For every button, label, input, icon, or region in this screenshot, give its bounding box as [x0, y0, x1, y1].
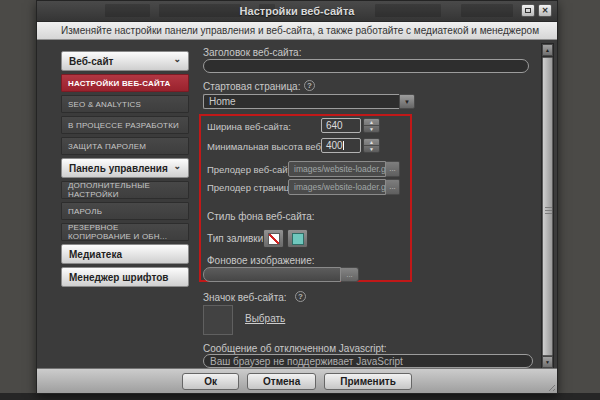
close-icon: ✕ [542, 7, 549, 15]
fill-color-button[interactable] [287, 229, 308, 248]
sidebar-header-media-library[interactable]: Медиатека [61, 244, 189, 264]
chevron-down-icon: ⌄ [173, 162, 181, 171]
cancel-button[interactable]: Отмена [247, 373, 316, 390]
dialog-title: Настройки веб-сайта [37, 1, 557, 21]
bg-image-dropdown[interactable]: ... [203, 267, 359, 282]
sidebar-item-password-protection[interactable]: ЗАЩИТА ПАРОЛЕМ [61, 137, 189, 155]
bg-style-label: Стиль фона веб-сайта: [207, 211, 315, 222]
background-strip [0, 393, 600, 400]
close-button[interactable]: ✕ [538, 4, 552, 17]
ok-button[interactable]: Ок [182, 373, 239, 390]
sidebar-item-under-construction[interactable]: В ПРОЦЕССЕ РАЗРАБОТКИ [61, 116, 189, 134]
site-width-label: Ширина веб-сайта: [207, 121, 291, 132]
help-icon[interactable]: ? [304, 80, 315, 91]
site-width-stepper[interactable]: ▲ ▼ [363, 118, 380, 133]
help-icon[interactable]: ? [295, 291, 306, 302]
page-preloader-value: images/website-loader.gif [288, 179, 386, 195]
start-page-value: Home [203, 94, 399, 109]
site-min-height-stepper[interactable]: ▲ ▼ [363, 138, 380, 153]
restore-button[interactable] [521, 4, 535, 17]
sidebar-item-password[interactable]: ПАРОЛЬ [61, 202, 189, 220]
dialog-subtitle: Изменяйте настройки панели управления и … [37, 22, 557, 40]
scrollbar[interactable]: ▲ ▼ [541, 43, 554, 369]
text-caret [343, 141, 344, 150]
sidebar-item-seo-analytics[interactable]: SEO & ANALYTICS [61, 95, 189, 113]
sidebar-item-advanced-settings[interactable]: ДОПОЛНИТЕЛЬНЫЕ НАСТРОЙКИ [61, 181, 189, 199]
dialog-titlebar[interactable]: Настройки веб-сайта ✕ [37, 1, 557, 22]
site-title-input[interactable] [203, 59, 529, 73]
screen: Настройки веб-сайта ✕ Изменяйте настройк… [0, 0, 600, 400]
js-message-label: Сообщение об отключенном Javascript: [203, 343, 387, 354]
down-arrow-icon[interactable]: ▼ [364, 126, 379, 132]
restore-icon [525, 8, 531, 13]
favicon-choose-link[interactable]: Выбрать [245, 313, 285, 324]
dropdown-arrow-icon[interactable]: ▼ [399, 94, 415, 109]
bg-image-value [203, 267, 341, 282]
page-preloader-label: Прелодер страницы: [207, 182, 299, 193]
up-arrow-icon[interactable]: ▲ [364, 119, 379, 126]
page-preloader-field[interactable]: images/website-loader.gif ... [288, 179, 400, 195]
browse-button[interactable]: ... [341, 267, 359, 282]
chevron-down-icon: ⌄ [173, 55, 181, 64]
favicon-preview [203, 305, 233, 335]
fill-type-label: Тип заливки: [207, 233, 266, 244]
sidebar: Веб-сайт ⌄ НАСТРОЙКИ ВЕБ-САЙТА SEO & ANA… [61, 51, 189, 287]
dialog-body: Веб-сайт ⌄ НАСТРОЙКИ ВЕБ-САЙТА SEO & ANA… [37, 41, 557, 370]
sidebar-item-website-settings[interactable]: НАСТРОЙКИ ВЕБ-САЙТА [61, 74, 189, 92]
scrollbar-grip-icon [545, 207, 552, 214]
js-message-input[interactable] [203, 354, 533, 368]
down-arrow-icon[interactable]: ▼ [364, 146, 379, 152]
browse-button[interactable]: ... [386, 179, 400, 195]
no-fill-icon [268, 233, 280, 245]
scroll-down-button[interactable]: ▼ [542, 356, 553, 368]
start-page-dropdown[interactable]: Home ▼ [203, 94, 415, 109]
site-title-label: Заголовок веб-сайта: [203, 47, 301, 58]
color-swatch-icon [292, 233, 304, 245]
site-width-input[interactable]: 640 [321, 118, 361, 133]
sidebar-item-backup[interactable]: РЕЗЕРВНОЕ КОПИРОВАНИЕ И ОБН... [61, 223, 189, 241]
site-preloader-label: Прелодер веб-сайта: [207, 164, 300, 175]
dialog-footer: Ок Отмена Применить [37, 368, 557, 393]
browse-button[interactable]: ... [386, 161, 400, 177]
scroll-up-button[interactable]: ▲ [542, 44, 553, 56]
sidebar-header-control-panel[interactable]: Панель управления ⌄ [61, 158, 189, 178]
scrollbar-thumb[interactable] [542, 57, 553, 356]
start-page-label: Стартовая страница: [203, 81, 300, 92]
sidebar-header-website[interactable]: Веб-сайт ⌄ [61, 51, 189, 71]
fill-none-button[interactable] [263, 229, 284, 248]
apply-button[interactable]: Применить [324, 373, 412, 390]
sidebar-header-font-manager[interactable]: Менеджер шрифтов [61, 267, 189, 287]
favicon-label: Значок веб-сайта: [203, 292, 287, 303]
up-arrow-icon[interactable]: ▲ [364, 139, 379, 146]
resize-grip[interactable] [546, 382, 555, 391]
site-preloader-field[interactable]: images/website-loader.gif ... [288, 161, 400, 177]
site-preloader-value: images/website-loader.gif [288, 161, 386, 177]
site-min-height-input[interactable]: 400 [321, 138, 361, 153]
bg-image-label: Фоновое изображение: [207, 255, 315, 266]
settings-dialog: Настройки веб-сайта ✕ Изменяйте настройк… [36, 0, 558, 394]
